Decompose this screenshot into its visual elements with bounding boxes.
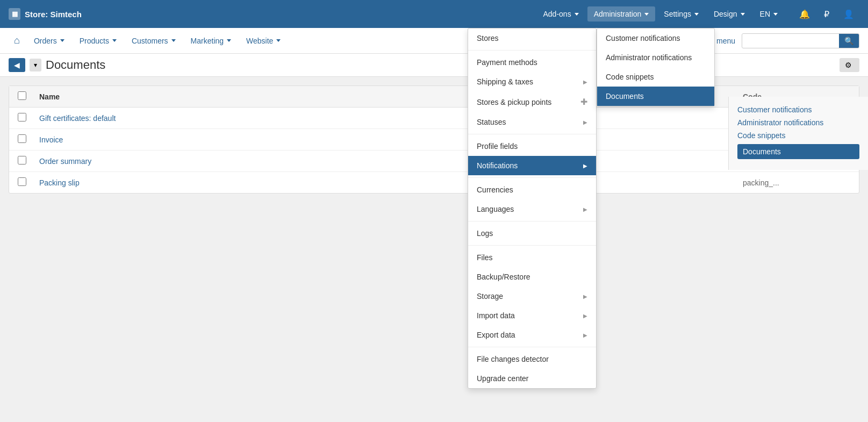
products-menu[interactable]: Products [73,33,123,48]
shipping-taxes-item[interactable]: Shipping & taxes ▶ [468,72,596,91]
order-summary-link[interactable]: Order summary [39,157,91,166]
store-name: Store: Simtech [25,10,82,19]
code-snippets-subitem[interactable]: Code snippets [597,67,714,87]
header-dropdown-button[interactable]: ▾ [30,59,41,71]
marketing-caret [227,39,231,42]
code-snippets-link[interactable]: Code snippets [737,131,859,140]
administrator-notifications-subitem[interactable]: Administrator notifications [597,48,714,67]
administration-menu[interactable]: Administration [587,6,656,22]
products-caret [112,39,117,42]
page-title: Documents [46,58,105,72]
shipping-taxes-arrow: ▶ [583,79,587,85]
back-button[interactable]: ◀ [9,58,25,72]
settings-menu[interactable]: Settings [657,6,705,22]
stores-item[interactable]: Stores [468,28,596,48]
website-menu[interactable]: Website [240,33,287,48]
row-checkbox-1[interactable] [18,113,26,121]
notifications-arrow: ▶ [583,163,587,169]
languages-item[interactable]: Languages ▶ [468,199,596,202]
design-menu[interactable]: Design [707,6,751,22]
right-panel: Customer notifications Administrator not… [728,97,868,170]
notifications-submenu: Customer notifications Administrator not… [597,28,715,106]
design-caret [741,13,745,16]
documents-active-link[interactable]: Documents [737,144,859,159]
notifications-item[interactable]: Notifications ▶ [468,156,596,175]
customers-caret [171,39,176,42]
search-input[interactable] [742,34,839,47]
select-all-checkbox[interactable] [18,91,26,100]
website-caret [276,39,281,42]
marketing-menu[interactable]: Marketing [184,33,238,48]
row-checkbox-4[interactable] [18,177,26,186]
profile-fields-item[interactable]: Profile fields [468,137,596,156]
administrator-notifications-link[interactable]: Administrator notifications [737,118,859,127]
packing-slip-link[interactable]: Packing slip [39,178,80,187]
language-caret [773,13,778,16]
gift-certificates-link[interactable]: Gift certificates: default [39,114,116,123]
bell-icon[interactable]: 🔔 [795,7,815,22]
payment-methods-item[interactable]: Payment methods [468,53,596,72]
customer-notifications-link[interactable]: Customer notifications [737,105,859,114]
invoice-link[interactable]: Invoice [39,135,63,144]
stores-pickup-item[interactable]: Stores & pickup points ✚ [468,91,596,112]
statuses-item[interactable]: Statuses ▶ [468,112,596,132]
orders-menu[interactable]: Orders [27,33,71,48]
page-header: ◀ ▾ Documents ⚙ [0,54,868,77]
row-checkbox-3[interactable] [18,156,26,164]
store-logo-icon: ▦ [9,8,20,20]
table-row: Packing slip packing_... [9,172,859,193]
language-menu[interactable]: EN [754,6,784,22]
top-nav-icons: 🔔 ₽ 👤 [795,7,859,22]
divider-1 [468,50,596,51]
top-nav-menu: Add-ons Administration Settings Design E… [537,6,785,22]
user-icon[interactable]: 👤 [839,7,859,22]
statuses-arrow: ▶ [583,119,587,125]
orders-caret [60,39,64,42]
row-checkbox-2[interactable] [18,134,26,143]
gear-settings-button[interactable]: ⚙ [840,58,859,72]
search-box: 🔍 [742,33,859,48]
home-button[interactable]: ⌂ [9,32,25,49]
administration-dropdown: Stores Payment methods Shipping & taxes … [468,28,597,202]
currencies-item[interactable]: Currencies [468,180,596,199]
divider-2 [468,134,596,134]
customer-notifications-subitem[interactable]: Customer notifications [597,28,714,48]
addons-menu[interactable]: Add-ons [537,6,585,22]
second-navigation: ⌂ Orders Products Customers Marketing We… [0,28,868,54]
stores-pickup-plus: ✚ [580,97,587,107]
top-navigation: ▦ Store: Simtech Add-ons Administration … [0,0,868,28]
settings-caret [694,13,699,16]
administration-caret [644,13,649,16]
packing-slip-code: packing_... [743,178,850,187]
documents-subitem[interactable]: Documents [597,87,714,106]
search-button[interactable]: 🔍 [839,34,859,48]
currency-icon[interactable]: ₽ [820,7,835,22]
addons-caret [575,13,579,16]
divider-3 [468,177,596,178]
store-logo[interactable]: ▦ Store: Simtech [9,8,82,20]
customers-menu[interactable]: Customers [125,33,182,48]
